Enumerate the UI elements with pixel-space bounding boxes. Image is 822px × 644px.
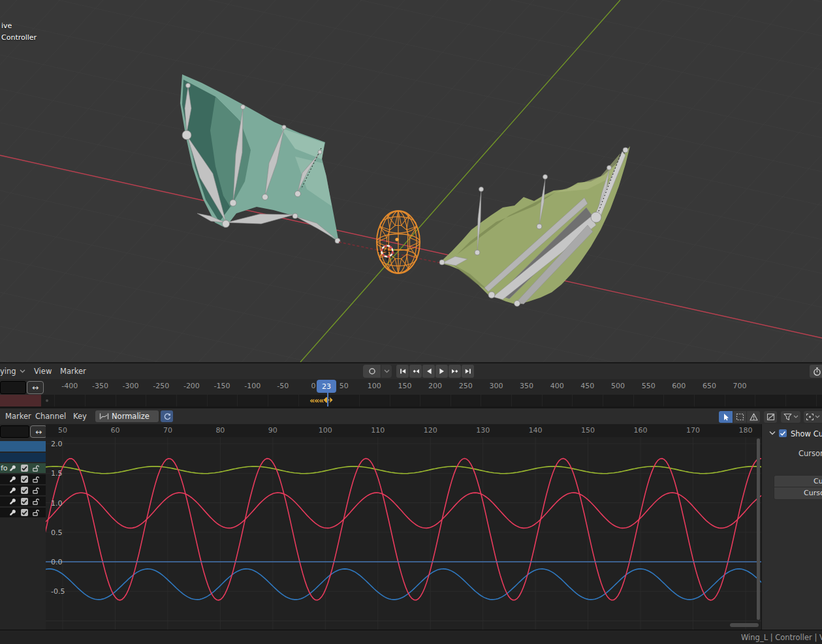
graph-value-tick: 0.0 — [51, 558, 63, 566]
play-icon — [437, 367, 447, 376]
play-button[interactable] — [435, 365, 448, 378]
next-keyframe-button[interactable] — [449, 365, 461, 378]
graph-editor-header: Marker Channel Key Normalize — [0, 408, 822, 424]
status-bar: Wing_L | Controller | Ve — [0, 630, 822, 644]
fcurve-plot — [46, 424, 761, 630]
channel-row-fcurve[interactable] — [0, 497, 46, 506]
channel-enable-checkbox[interactable] — [21, 509, 28, 516]
graph-value-tick: 1.5 — [51, 469, 63, 478]
graph-menu-channel[interactable]: Channel — [35, 408, 66, 424]
normalize-label: Normalize — [112, 412, 150, 421]
graph-vertical-scrollbar[interactable] — [757, 438, 760, 620]
timeline-expand-range-button[interactable]: ↔ — [27, 381, 44, 394]
timeline-ruler-tick: -100 — [244, 382, 261, 390]
chevron-down-icon — [20, 369, 25, 373]
timeline-strip-tick — [420, 395, 420, 406]
wrench-icon — [8, 464, 17, 472]
timeline-strip-tick — [816, 395, 817, 406]
only-show-errors-toggle[interactable] — [747, 411, 760, 423]
auto-keying-button[interactable] — [363, 365, 381, 378]
channel-enable-checkbox[interactable] — [21, 476, 28, 483]
channel-row-fcurve[interactable] — [0, 508, 46, 517]
only-selected-curves-toggle[interactable] — [719, 411, 733, 423]
panel-chevron-icon[interactable] — [769, 431, 776, 435]
timeline-ruler-tick: 700 — [733, 382, 747, 390]
cursor-value-to-selection-button[interactable]: Curso — [774, 487, 822, 500]
graph-menu-marker[interactable]: Marker — [5, 408, 31, 424]
axis-x-red-line — [0, 155, 822, 338]
timeline-ruler-tick: -400 — [61, 382, 78, 390]
timeline-strip-tick — [176, 395, 177, 406]
channel-row-fcurve[interactable]: fo — [0, 463, 46, 473]
timeline-strip-tick — [146, 395, 146, 406]
timeline-menu-view[interactable]: View — [34, 363, 52, 379]
graph-horizontal-scrollbar[interactable] — [730, 623, 759, 627]
channel-enable-checkbox[interactable] — [21, 487, 28, 494]
playhead-badge[interactable]: 23 — [317, 380, 336, 393]
previous-keyframe-icon — [411, 367, 420, 376]
normalize-toggle[interactable]: Normalize — [95, 410, 159, 422]
warning-triangle-icon — [750, 413, 758, 421]
fcurve-red-large[interactable] — [46, 459, 761, 600]
graph-filter-field[interactable] — [0, 425, 29, 438]
jump-to-end-button[interactable] — [462, 365, 474, 378]
normalize-auto-refresh-button[interactable] — [161, 410, 173, 422]
controller-wireframe-sphere[interactable] — [377, 211, 420, 273]
graph-expand-range-button[interactable]: ↔ — [30, 425, 47, 438]
wrench-icon — [8, 475, 17, 483]
play-reverse-button[interactable] — [422, 365, 435, 378]
channel-row-fcurve[interactable] — [0, 485, 46, 495]
graph-value-tick: -0.5 — [51, 587, 65, 596]
timeline-ruler[interactable]: -400-350-300-250-200-150-100-50050100150… — [0, 379, 822, 395]
fcurve-red-small[interactable] — [46, 493, 761, 528]
graph-plot-area[interactable]: 5060708090100110120130140150160170180 2.… — [46, 424, 761, 630]
graph-menu-key[interactable]: Key — [73, 408, 87, 424]
check-icon — [21, 487, 28, 494]
viewport-3d[interactable]: ive Controller — [0, 0, 822, 362]
normalization-options-button[interactable] — [764, 411, 777, 423]
timeline-menu-marker[interactable]: Marker — [60, 363, 86, 379]
timeline-ruler-tick: 200 — [428, 382, 442, 390]
unlock-icon[interactable] — [32, 498, 40, 506]
cursor-to-selection-button[interactable]: Cu — [774, 475, 822, 487]
timeline-menu-playing[interactable]: ying — [0, 363, 16, 379]
playhead-line[interactable] — [327, 392, 328, 406]
channel-enable-checkbox[interactable] — [21, 465, 28, 472]
auto-keying-timer-button[interactable] — [810, 365, 822, 378]
unlock-icon[interactable] — [32, 509, 40, 517]
channel-row-fcurve[interactable] — [0, 474, 46, 484]
graph-value-tick: 2.0 — [51, 440, 63, 448]
chevron-down-icon — [815, 415, 820, 419]
timeline-strip-tick — [116, 395, 116, 406]
unlock-icon[interactable] — [32, 487, 40, 495]
check-icon — [21, 465, 28, 472]
fcurve-blue-wave[interactable] — [46, 569, 761, 600]
normalize-curve-icon — [99, 412, 109, 420]
viewport-overlay-text-collection: Controller — [1, 33, 37, 42]
timeline-header: ying View Marker 23 — [0, 363, 822, 379]
channel-row-label: fo — [1, 464, 8, 472]
proportional-editing-dropdown[interactable] — [804, 411, 822, 423]
previous-keyframe-button[interactable] — [409, 365, 422, 378]
filter-dropdown[interactable] — [781, 411, 800, 423]
funnel-icon — [783, 413, 792, 421]
unlock-icon[interactable] — [32, 476, 40, 483]
unlock-icon[interactable] — [32, 465, 40, 472]
auto-keying-dropdown[interactable] — [381, 365, 392, 378]
check-icon — [21, 498, 28, 505]
show-cursor-checkbox[interactable] — [779, 429, 787, 437]
channel-row-action[interactable] — [0, 453, 46, 462]
jump-to-start-button[interactable] — [396, 365, 409, 378]
check-icon — [779, 429, 787, 437]
timeline-strip-tick — [663, 395, 664, 406]
show-cursor-label: Show Cu — [791, 429, 822, 438]
timeline-strip-tick — [268, 395, 268, 406]
wing-right-mesh[interactable] — [439, 146, 630, 305]
timeline-scrub-strip[interactable] — [0, 395, 822, 406]
timeline-filter-field[interactable] — [0, 381, 26, 394]
show-hidden-toggle[interactable] — [733, 411, 746, 423]
keyframe-diamond-clipped-icon[interactable] — [329, 396, 334, 404]
timeline-ruler-tick: 400 — [550, 382, 564, 390]
channel-enable-checkbox[interactable] — [21, 498, 28, 505]
channel-row-object[interactable] — [0, 441, 46, 452]
